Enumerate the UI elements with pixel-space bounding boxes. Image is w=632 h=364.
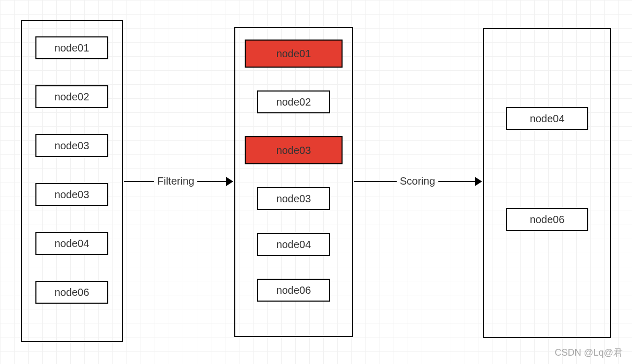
stage-left: node01 node02 node03 node03 node04 node0… <box>21 20 123 342</box>
node-label: node03 <box>55 189 90 201</box>
node-box: node06 <box>257 279 330 302</box>
node-box: node01 <box>35 36 108 59</box>
stage-middle: node01 node02 node03 node03 node04 node0… <box>234 27 353 337</box>
arrow-scoring: Scoring <box>354 175 482 187</box>
node-label: node01 <box>276 48 311 60</box>
node-label: node02 <box>276 96 311 108</box>
node-box: node03 <box>35 134 108 157</box>
node-box: node06 <box>35 281 108 304</box>
node-box: node04 <box>35 232 108 255</box>
stage-right: node04 node06 <box>483 28 611 338</box>
node-label: node06 <box>276 284 311 296</box>
node-box: node03 <box>35 183 108 206</box>
node-box: node02 <box>257 90 330 113</box>
node-box: node04 <box>506 107 588 130</box>
node-box: node03 <box>257 187 330 210</box>
node-label: node04 <box>55 238 90 250</box>
node-box: node02 <box>35 85 108 108</box>
node-label: node04 <box>530 113 565 125</box>
node-box: node03 <box>245 136 343 164</box>
arrow-label: Filtering <box>154 175 197 187</box>
node-label: node03 <box>276 145 311 157</box>
arrow-label: Scoring <box>397 175 438 187</box>
node-label: node03 <box>55 140 90 152</box>
node-label: node04 <box>276 239 311 251</box>
node-label: node02 <box>55 91 90 103</box>
node-label: node06 <box>530 214 565 226</box>
node-label: node06 <box>55 287 90 298</box>
arrowhead-icon <box>475 177 482 186</box>
node-box: node01 <box>245 40 343 68</box>
node-box: node06 <box>506 208 588 231</box>
watermark: CSDN @Lq@君 <box>554 346 623 359</box>
node-box: node04 <box>257 233 330 256</box>
node-label: node01 <box>55 42 90 54</box>
node-label: node03 <box>276 193 311 205</box>
arrow-filtering: Filtering <box>124 175 233 187</box>
arrowhead-icon <box>226 177 233 186</box>
